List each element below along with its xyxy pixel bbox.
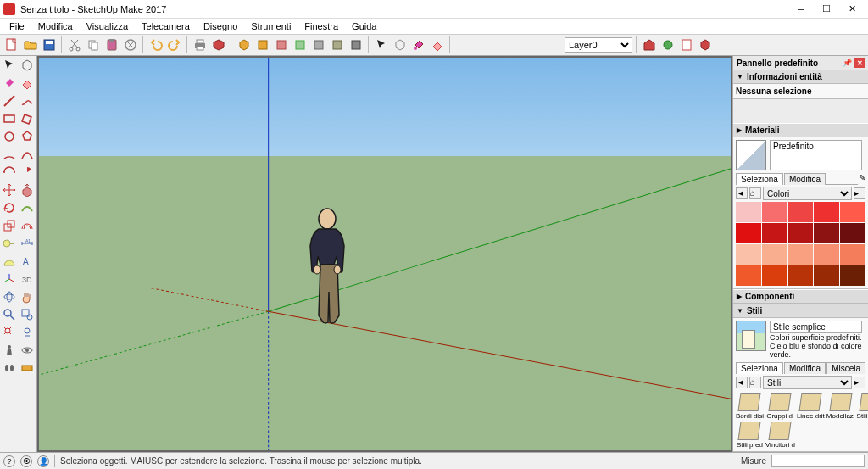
color-swatch[interactable] xyxy=(736,265,761,286)
menu-edit[interactable]: Modifica xyxy=(32,20,79,32)
style-item[interactable]: Bordi disi xyxy=(736,393,764,420)
styles-tab-mix[interactable]: Miscela xyxy=(826,362,865,374)
color-swatch[interactable] xyxy=(788,223,814,243)
protractor-tool[interactable] xyxy=(1,253,18,270)
pushpull-tool[interactable] xyxy=(19,181,36,198)
materials-tab-select[interactable]: Seleziona xyxy=(736,173,783,185)
materials-header[interactable]: ▶Materiali xyxy=(733,123,868,137)
polygon-tool[interactable] xyxy=(19,128,36,145)
color-swatch[interactable] xyxy=(762,223,787,243)
color-swatch[interactable] xyxy=(788,265,814,286)
color-swatch[interactable] xyxy=(762,265,787,286)
style-item[interactable]: Vincitori d xyxy=(765,422,795,449)
components-header[interactable]: ▶Componenti xyxy=(733,289,868,304)
menu-tools[interactable]: Strumenti xyxy=(245,20,297,32)
color-swatch[interactable] xyxy=(736,202,761,222)
materials-tab-edit[interactable]: Modifica xyxy=(784,173,826,185)
delete-button[interactable] xyxy=(122,36,139,53)
close-button[interactable]: ✕ xyxy=(839,0,865,19)
pan-tool[interactable] xyxy=(19,288,36,305)
color-swatch[interactable] xyxy=(762,202,787,222)
3d-viewport[interactable] xyxy=(37,56,732,452)
iso-button[interactable] xyxy=(236,36,253,53)
new-button[interactable] xyxy=(3,36,20,53)
color-swatch[interactable] xyxy=(840,223,865,243)
top-view-button[interactable] xyxy=(254,36,271,53)
scale-tool[interactable] xyxy=(1,217,18,234)
color-swatch[interactable] xyxy=(814,223,839,243)
styles-header[interactable]: ▼Stili xyxy=(733,304,868,318)
paste-button[interactable] xyxy=(103,36,120,53)
move-tool[interactable] xyxy=(1,181,18,198)
color-swatch[interactable] xyxy=(840,244,865,265)
paint-button[interactable] xyxy=(410,36,427,53)
measurements-input[interactable] xyxy=(771,455,865,467)
3dtext-tool[interactable]: 3D xyxy=(19,271,36,288)
extension-button[interactable] xyxy=(659,36,676,53)
zoom-tool[interactable] xyxy=(1,306,18,323)
style-item[interactable]: Stili asso xyxy=(857,393,868,420)
maximize-button[interactable]: ☐ xyxy=(814,0,839,19)
previous-tool[interactable] xyxy=(19,324,36,341)
style-item[interactable]: Linee drit xyxy=(797,393,825,420)
menu-camera[interactable]: Telecamera xyxy=(136,20,196,32)
style-preview[interactable] xyxy=(736,321,766,351)
entity-info-header[interactable]: ▼Informazioni entità xyxy=(733,70,868,84)
select-tool[interactable] xyxy=(1,57,18,74)
styles-tab-edit[interactable]: Modifica xyxy=(784,362,826,374)
axes-tool[interactable] xyxy=(1,271,18,288)
style-name-field[interactable]: Stile semplice xyxy=(770,321,862,333)
eraser-button[interactable] xyxy=(429,36,446,53)
arc-tool[interactable] xyxy=(1,146,18,163)
text-tool[interactable]: A xyxy=(19,253,36,270)
offset-tool[interactable] xyxy=(19,217,36,234)
zoom-window-tool[interactable] xyxy=(19,306,36,323)
2pt-arc-tool[interactable] xyxy=(19,146,36,163)
credits-icon[interactable]: 👤 xyxy=(37,455,49,467)
front-view-button[interactable] xyxy=(273,36,290,53)
model-info-button[interactable] xyxy=(210,36,227,53)
styles-home-button[interactable]: ⌂ xyxy=(749,377,761,388)
copy-button[interactable] xyxy=(85,36,102,53)
3pt-arc-tool[interactable] xyxy=(1,164,18,181)
eyedropper-icon[interactable]: ✎ xyxy=(859,173,865,185)
materials-menu-button[interactable]: ▸ xyxy=(854,187,865,199)
color-swatch[interactable] xyxy=(814,202,839,222)
followme-tool[interactable] xyxy=(19,199,36,216)
zoom-extents-tool[interactable] xyxy=(1,324,18,341)
undo-button[interactable] xyxy=(147,36,164,53)
menu-view[interactable]: Visualizza xyxy=(81,20,134,32)
line-tool[interactable] xyxy=(1,92,18,109)
rectangle-tool[interactable] xyxy=(1,110,18,127)
styles-library-select[interactable]: Stili xyxy=(763,376,852,389)
help-icon[interactable]: ? xyxy=(3,455,15,467)
tape-tool[interactable] xyxy=(1,235,18,252)
rotate-tool[interactable] xyxy=(1,199,18,216)
section-tool[interactable] xyxy=(19,360,36,377)
style-item[interactable]: Stili pred xyxy=(736,422,764,449)
paint-tool[interactable] xyxy=(1,75,18,92)
orbit-tool[interactable] xyxy=(1,288,18,305)
styles-back-button[interactable]: ◄ xyxy=(736,377,748,388)
color-swatch[interactable] xyxy=(840,202,865,222)
color-swatch[interactable] xyxy=(840,265,865,286)
component-button[interactable] xyxy=(392,36,409,53)
rotated-rect-tool[interactable] xyxy=(19,110,36,127)
styles-menu-button[interactable]: ▸ xyxy=(854,377,865,388)
materials-library-select[interactable]: Colori xyxy=(763,187,852,200)
layer-select[interactable]: Layer0 xyxy=(565,37,632,53)
cut-button[interactable] xyxy=(66,36,83,53)
material-preview[interactable] xyxy=(736,140,766,170)
menu-help[interactable]: Guida xyxy=(346,20,382,32)
bottom-view-button[interactable] xyxy=(348,36,364,53)
layout-button[interactable] xyxy=(678,36,695,53)
styles-tab-select[interactable]: Seleziona xyxy=(736,362,783,374)
circle-tool[interactable] xyxy=(1,128,18,145)
style-item[interactable]: Modellazi xyxy=(826,393,855,420)
color-swatch[interactable] xyxy=(762,244,787,265)
save-button[interactable] xyxy=(41,36,58,53)
open-button[interactable] xyxy=(22,36,39,53)
make-component-tool[interactable] xyxy=(19,57,36,74)
color-swatch[interactable] xyxy=(814,265,839,286)
extension-mgr-button[interactable] xyxy=(697,36,714,53)
